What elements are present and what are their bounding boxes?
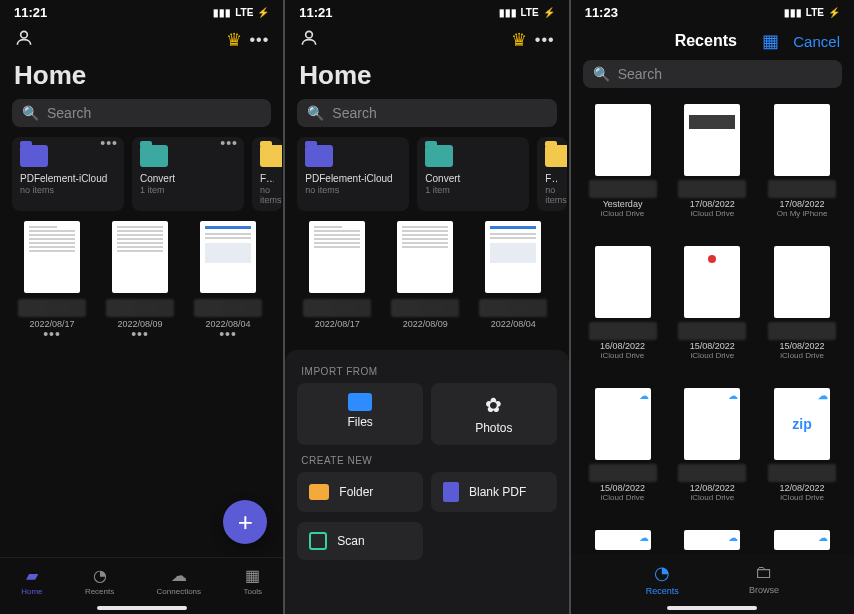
network-label: LTE <box>235 7 253 18</box>
view-grid-icon[interactable]: ▦ <box>762 30 779 52</box>
folders-row: ••• PDFelement-iCloud no items ••• Conve… <box>0 137 283 211</box>
folder-favorites[interactable]: Favori no items <box>537 137 567 211</box>
folder-icon <box>20 145 48 167</box>
file-name <box>768 180 836 198</box>
folder-icon <box>309 484 329 500</box>
more-icon[interactable]: ••• <box>250 31 270 49</box>
import-photos-button[interactable]: ✿ Photos <box>431 383 557 445</box>
file-name <box>391 299 459 317</box>
file-name <box>194 299 262 317</box>
home-indicator <box>667 606 757 610</box>
file-more-icon[interactable]: ••• <box>43 332 61 338</box>
page-title: Home <box>285 58 568 99</box>
folder-convert[interactable]: Convert 1 item <box>417 137 529 211</box>
search-input[interactable]: 🔍 Search <box>583 60 842 88</box>
file-item[interactable]: 2022/08/09 ••• <box>100 221 180 338</box>
file-name <box>106 299 174 317</box>
file-more-icon[interactable]: ••• <box>219 332 237 338</box>
file-thumbnail: ☁ <box>595 530 651 550</box>
file-item[interactable]: 2022/08/17 <box>297 221 377 329</box>
create-blank-pdf-button[interactable]: Blank PDF <box>431 472 557 512</box>
battery-icon: ⚡ <box>543 7 555 18</box>
file-thumbnail <box>774 246 830 318</box>
file-item[interactable]: 2022/08/04 ••• <box>188 221 268 338</box>
profile-icon[interactable] <box>14 28 34 52</box>
file-name <box>678 180 746 198</box>
file-grid[interactable]: Yesterday iCloud Drive 17/08/2022 iCloud… <box>571 98 854 564</box>
folder-pdfelement-icloud[interactable]: PDFelement-iCloud no items <box>297 137 409 211</box>
create-folder-button[interactable]: Folder <box>297 472 423 512</box>
picker-item[interactable]: ☁zip 12/08/2022 iCloud Drive <box>760 388 844 516</box>
folder-favorites[interactable]: Favori no items <box>252 137 282 211</box>
tab-recents[interactable]: ◔Recents <box>85 566 114 596</box>
file-thumbnail <box>485 221 541 293</box>
picker-item[interactable]: ☁ 15/08/2022 iCloud Drive <box>581 388 665 516</box>
folder-icon <box>305 145 333 167</box>
file-thumbnail-zip: ☁zip <box>774 388 830 460</box>
search-icon: 🔍 <box>593 66 610 82</box>
cancel-button[interactable]: Cancel <box>793 33 840 50</box>
file-more-icon[interactable]: ••• <box>131 332 149 338</box>
folder-more-icon[interactable]: ••• <box>220 141 238 147</box>
search-icon: 🔍 <box>22 105 39 121</box>
picker-item[interactable]: 15/08/2022 iCloud Drive <box>670 246 754 374</box>
cloud-icon: ☁ <box>818 532 828 543</box>
file-thumbnail <box>200 221 256 293</box>
file-name <box>18 299 86 317</box>
tab-connections[interactable]: ☁Connections <box>157 566 201 596</box>
document-icon <box>443 482 459 502</box>
import-label: IMPORT FROM <box>301 366 552 377</box>
tab-home[interactable]: ▰Home <box>21 566 42 596</box>
file-name <box>589 464 657 482</box>
search-placeholder: Search <box>47 105 91 121</box>
folder-icon <box>260 145 282 167</box>
status-indicators: ▮▮▮ LTE ⚡ <box>213 7 269 18</box>
tab-browse[interactable]: 🗀Browse <box>749 562 779 596</box>
file-item[interactable]: 2022/08/04 <box>473 221 553 329</box>
file-name <box>589 322 657 340</box>
crown-icon[interactable]: ♛ <box>511 29 527 51</box>
picker-item[interactable]: 15/08/2022 iCloud Drive <box>760 246 844 374</box>
file-item[interactable]: 2022/08/17 ••• <box>12 221 92 338</box>
battery-icon: ⚡ <box>828 7 840 18</box>
file-name <box>589 180 657 198</box>
cloud-icon: ☁ <box>171 566 187 585</box>
search-placeholder: Search <box>618 66 662 82</box>
folder-pdfelement-icloud[interactable]: ••• PDFelement-iCloud no items <box>12 137 124 211</box>
folder-convert[interactable]: ••• Convert 1 item <box>132 137 244 211</box>
file-thumbnail: ☁ <box>774 530 830 550</box>
photos-icon: ✿ <box>485 393 502 417</box>
home-indicator <box>97 606 187 610</box>
add-fab[interactable]: + <box>223 500 267 544</box>
search-placeholder: Search <box>332 105 376 121</box>
file-item[interactable]: 2022/08/09 <box>385 221 465 329</box>
screen-file-picker: 11:23 ▮▮▮ LTE ⚡ Recents ▦ Cancel 🔍 Searc… <box>571 0 854 614</box>
cloud-icon: ☁ <box>639 390 649 401</box>
profile-icon[interactable] <box>299 28 319 52</box>
folder-more-icon[interactable]: ••• <box>100 141 118 147</box>
file-thumbnail <box>774 104 830 176</box>
cloud-icon: ☁ <box>818 390 828 401</box>
picker-item[interactable]: 17/08/2022 On My iPhone <box>760 104 844 232</box>
picker-item[interactable]: ☁ 12/08/2022 iCloud Drive <box>670 388 754 516</box>
folder-icon <box>140 145 168 167</box>
search-input[interactable]: 🔍 Search <box>297 99 556 127</box>
picker-item[interactable]: Yesterday iCloud Drive <box>581 104 665 232</box>
tab-tools[interactable]: ▦Tools <box>243 566 262 596</box>
signal-icon: ▮▮▮ <box>499 7 517 18</box>
cloud-icon: ☁ <box>728 390 738 401</box>
tab-recents[interactable]: ◔Recents <box>646 562 679 596</box>
more-icon[interactable]: ••• <box>535 31 555 49</box>
picker-item[interactable]: 16/08/2022 iCloud Drive <box>581 246 665 374</box>
network-label: LTE <box>806 7 824 18</box>
scan-button[interactable]: Scan <box>297 522 423 560</box>
cloud-icon: ☁ <box>639 532 649 543</box>
status-bar: 11:23 ▮▮▮ LTE ⚡ <box>571 0 854 22</box>
file-thumbnail <box>397 221 453 293</box>
picker-title: Recents <box>675 32 737 50</box>
network-label: LTE <box>521 7 539 18</box>
import-files-button[interactable]: Files <box>297 383 423 445</box>
crown-icon[interactable]: ♛ <box>226 29 242 51</box>
search-input[interactable]: 🔍 Search <box>12 99 271 127</box>
picker-item[interactable]: 17/08/2022 iCloud Drive <box>670 104 754 232</box>
